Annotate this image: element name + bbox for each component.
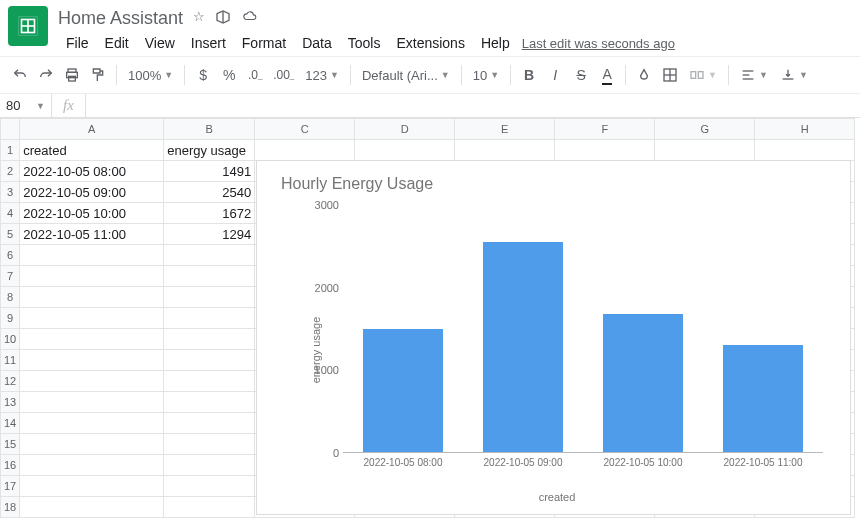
- star-icon[interactable]: ☆: [193, 9, 205, 28]
- row-header[interactable]: 11: [1, 350, 20, 371]
- col-header[interactable]: A: [20, 119, 164, 140]
- cell[interactable]: [755, 140, 855, 161]
- cell[interactable]: [164, 455, 255, 476]
- formula-input[interactable]: [86, 94, 860, 117]
- text-color-button[interactable]: A: [595, 62, 619, 88]
- cell[interactable]: 2022-10-05 08:00: [20, 161, 164, 182]
- horizontal-align-button[interactable]: ▼: [735, 67, 773, 83]
- row-header[interactable]: 16: [1, 455, 20, 476]
- menu-insert[interactable]: Insert: [183, 32, 234, 54]
- cell[interactable]: [20, 455, 164, 476]
- sheets-logo[interactable]: [8, 6, 48, 46]
- cell[interactable]: [20, 266, 164, 287]
- cell[interactable]: [164, 266, 255, 287]
- cell[interactable]: [655, 140, 755, 161]
- cell[interactable]: [164, 497, 255, 518]
- col-header[interactable]: H: [755, 119, 855, 140]
- cell[interactable]: [164, 392, 255, 413]
- cell[interactable]: [20, 371, 164, 392]
- cell[interactable]: [164, 350, 255, 371]
- cell[interactable]: 2022-10-05 09:00: [20, 182, 164, 203]
- cell[interactable]: 1294: [164, 224, 255, 245]
- number-format-select[interactable]: 123▼: [300, 68, 344, 83]
- menu-edit[interactable]: Edit: [97, 32, 137, 54]
- menu-data[interactable]: Data: [294, 32, 340, 54]
- cell[interactable]: [355, 140, 455, 161]
- fill-color-button[interactable]: [632, 62, 656, 88]
- cell[interactable]: [20, 434, 164, 455]
- cell[interactable]: 1672: [164, 203, 255, 224]
- doc-title[interactable]: Home Assistant: [58, 8, 183, 29]
- cell[interactable]: [164, 308, 255, 329]
- cell[interactable]: energy usage: [164, 140, 255, 161]
- select-all-corner[interactable]: [1, 119, 20, 140]
- paint-format-button[interactable]: [86, 62, 110, 88]
- row-header[interactable]: 17: [1, 476, 20, 497]
- row-header[interactable]: 4: [1, 203, 20, 224]
- row-header[interactable]: 10: [1, 329, 20, 350]
- row-header[interactable]: 9: [1, 308, 20, 329]
- menu-view[interactable]: View: [137, 32, 183, 54]
- menu-tools[interactable]: Tools: [340, 32, 389, 54]
- row-header[interactable]: 3: [1, 182, 20, 203]
- menu-file[interactable]: File: [58, 32, 97, 54]
- row-header[interactable]: 6: [1, 245, 20, 266]
- bold-button[interactable]: B: [517, 62, 541, 88]
- row-header[interactable]: 14: [1, 413, 20, 434]
- col-header[interactable]: D: [355, 119, 455, 140]
- cell[interactable]: [20, 308, 164, 329]
- redo-button[interactable]: [34, 62, 58, 88]
- row-header[interactable]: 18: [1, 497, 20, 518]
- row-header[interactable]: 15: [1, 434, 20, 455]
- decrease-decimal-button[interactable]: .0_: [243, 62, 267, 88]
- cell[interactable]: [164, 329, 255, 350]
- vertical-align-button[interactable]: ▼: [775, 67, 813, 83]
- cell[interactable]: [20, 329, 164, 350]
- col-header[interactable]: F: [555, 119, 655, 140]
- cell[interactable]: 2022-10-05 10:00: [20, 203, 164, 224]
- cell[interactable]: created: [20, 140, 164, 161]
- cell[interactable]: 2540: [164, 182, 255, 203]
- percent-button[interactable]: %: [217, 62, 241, 88]
- row-header[interactable]: 7: [1, 266, 20, 287]
- name-box[interactable]: 80▼: [0, 94, 52, 117]
- embedded-chart[interactable]: Hourly Energy Usage energy usage created…: [256, 160, 851, 515]
- last-edit-link[interactable]: Last edit was seconds ago: [522, 36, 675, 51]
- row-header[interactable]: 5: [1, 224, 20, 245]
- increase-decimal-button[interactable]: .00_: [269, 62, 298, 88]
- col-header[interactable]: E: [455, 119, 555, 140]
- cell[interactable]: [20, 497, 164, 518]
- cell[interactable]: 1491: [164, 161, 255, 182]
- cell[interactable]: 2022-10-05 11:00: [20, 224, 164, 245]
- cell[interactable]: [455, 140, 555, 161]
- cell[interactable]: [164, 245, 255, 266]
- menu-extensions[interactable]: Extensions: [388, 32, 472, 54]
- zoom-select[interactable]: 100%▼: [123, 68, 178, 83]
- cell[interactable]: [164, 413, 255, 434]
- print-button[interactable]: [60, 62, 84, 88]
- cell[interactable]: [20, 392, 164, 413]
- font-select[interactable]: Default (Ari...▼: [357, 68, 455, 83]
- col-header[interactable]: G: [655, 119, 755, 140]
- borders-button[interactable]: [658, 62, 682, 88]
- undo-button[interactable]: [8, 62, 32, 88]
- move-icon[interactable]: [215, 9, 231, 28]
- row-header[interactable]: 12: [1, 371, 20, 392]
- row-header[interactable]: 13: [1, 392, 20, 413]
- cell[interactable]: [164, 476, 255, 497]
- col-header[interactable]: B: [164, 119, 255, 140]
- cell[interactable]: [255, 140, 355, 161]
- cell[interactable]: [20, 287, 164, 308]
- strikethrough-button[interactable]: S: [569, 62, 593, 88]
- merge-cells-button[interactable]: ▼: [684, 67, 722, 83]
- col-header[interactable]: C: [255, 119, 355, 140]
- cell[interactable]: [20, 476, 164, 497]
- cell[interactable]: [164, 434, 255, 455]
- font-size-select[interactable]: 10▼: [468, 68, 504, 83]
- cell[interactable]: [164, 371, 255, 392]
- cell[interactable]: [555, 140, 655, 161]
- cell[interactable]: [20, 350, 164, 371]
- cell[interactable]: [20, 413, 164, 434]
- row-header[interactable]: 1: [1, 140, 20, 161]
- row-header[interactable]: 8: [1, 287, 20, 308]
